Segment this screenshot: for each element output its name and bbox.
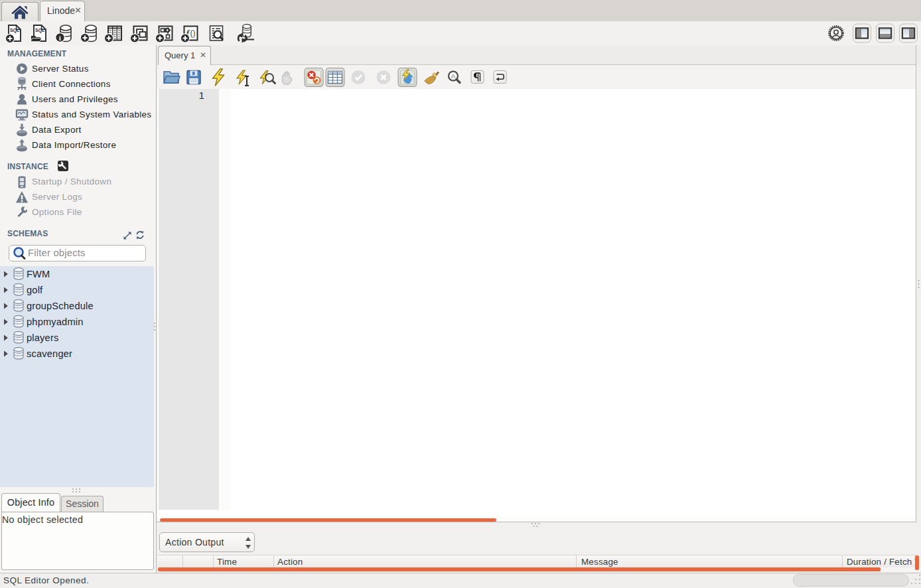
svg-text:(): () bbox=[190, 29, 196, 38]
svg-text:i: i bbox=[59, 34, 61, 42]
